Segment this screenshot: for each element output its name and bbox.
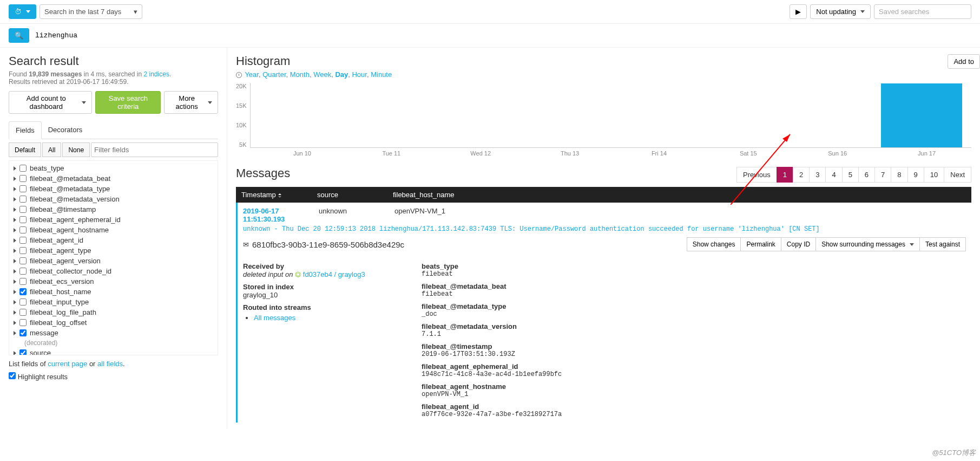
- granularity-day[interactable]: Day: [335, 70, 348, 79]
- pagination: Previous12345678910Next: [737, 167, 971, 183]
- field-checkbox[interactable]: [19, 288, 27, 295]
- field-checkbox[interactable]: [19, 298, 27, 306]
- message-row[interactable]: 2019-06-17 11:51:30.193 unknown openVPN-…: [236, 203, 971, 423]
- search-button[interactable]: 🔍: [9, 28, 29, 43]
- field-checkbox[interactable]: [19, 247, 27, 254]
- page-5[interactable]: 5: [842, 167, 859, 183]
- field-item[interactable]: filebeat_input_type: [9, 297, 218, 307]
- field-checkbox[interactable]: [19, 206, 27, 213]
- field-item[interactable]: filebeat_ecs_version: [9, 276, 218, 287]
- detail-value: filebeat: [422, 290, 562, 298]
- field-item[interactable]: filebeat_agent_type: [9, 245, 218, 256]
- field-item[interactable]: filebeat_agent_version: [9, 256, 218, 266]
- field-checkbox[interactable]: [19, 278, 27, 285]
- detail-value: 1948c71c-41c8-4a3e-ac4d-1b1eefa99bfc: [422, 371, 562, 378]
- col-timestamp[interactable]: Timestamp: [241, 191, 317, 199]
- granularity-hour[interactable]: Hour: [352, 70, 366, 79]
- page-10[interactable]: 10: [924, 167, 944, 183]
- granularity-month[interactable]: Month: [290, 70, 310, 79]
- all-fields-link[interactable]: all fields: [97, 360, 123, 368]
- tab-fields[interactable]: Fields: [9, 121, 42, 139]
- field-checkbox[interactable]: [19, 216, 27, 223]
- field-checkbox[interactable]: [19, 329, 27, 336]
- granularity-week[interactable]: Week: [313, 70, 331, 79]
- expand-icon: [14, 300, 16, 304]
- field-checkbox[interactable]: [19, 257, 27, 264]
- saved-searches-select[interactable]: Saved searches: [874, 4, 971, 19]
- field-checkbox[interactable]: [19, 309, 27, 316]
- caret-down-icon: [860, 10, 865, 13]
- show-surrounding-button[interactable]: Show surrounding messages: [815, 237, 920, 251]
- add-count-dashboard-button[interactable]: Add count to dashboard: [9, 91, 92, 114]
- field-item[interactable]: filebeat_agent_id: [9, 235, 218, 245]
- field-item[interactable]: message: [9, 328, 218, 338]
- fields-list[interactable]: beats_type filebeat_@metadata_beat fileb…: [9, 160, 218, 355]
- detail-value: a07f76ce-932e-47a7-a3be-fe321892717a: [422, 411, 562, 418]
- highlight-results-checkbox[interactable]: [9, 372, 16, 379]
- query-input[interactable]: [32, 29, 238, 42]
- field-item[interactable]: filebeat_host_name: [9, 287, 218, 297]
- filter-fields-input[interactable]: [91, 142, 218, 157]
- show-changes-button[interactable]: Show changes: [687, 237, 741, 251]
- granularity-quarter[interactable]: Quarter: [262, 70, 286, 79]
- tab-decorators[interactable]: Decorators: [42, 121, 89, 139]
- fields-none-button[interactable]: None: [62, 142, 90, 157]
- page-3[interactable]: 3: [809, 167, 826, 183]
- field-checkbox[interactable]: [19, 237, 27, 244]
- field-item[interactable]: filebeat_log_file_path: [9, 307, 218, 317]
- xaxis-tick: Sat 15: [703, 150, 793, 157]
- field-checkbox[interactable]: [19, 196, 27, 203]
- field-item[interactable]: filebeat_@metadata_beat: [9, 173, 218, 184]
- field-checkbox[interactable]: [19, 319, 27, 326]
- node-link[interactable]: fd037eb4 / graylog3: [303, 270, 365, 278]
- field-item[interactable]: filebeat_log_offset: [9, 317, 218, 328]
- timerange-preset-button[interactable]: ⏱: [9, 4, 36, 19]
- test-against-button[interactable]: Test against: [919, 237, 966, 251]
- col-host[interactable]: filebeat_host_name: [393, 191, 966, 199]
- indices-link[interactable]: 2 indices: [144, 70, 169, 78]
- page-9[interactable]: 9: [907, 167, 924, 183]
- field-item[interactable]: filebeat_@metadata_type: [9, 184, 218, 194]
- copy-id-button[interactable]: Copy ID: [781, 237, 816, 251]
- field-checkbox[interactable]: [19, 349, 27, 355]
- detail-value: filebeat: [422, 270, 562, 278]
- granularity-minute[interactable]: Minute: [371, 70, 392, 79]
- page-7[interactable]: 7: [874, 167, 891, 183]
- more-actions-button[interactable]: More actions: [164, 91, 218, 114]
- permalink-button[interactable]: Permalink: [740, 237, 781, 251]
- field-item[interactable]: filebeat_collector_node_id: [9, 266, 218, 276]
- field-checkbox[interactable]: [19, 165, 27, 172]
- stream-all-messages-link[interactable]: All messages: [254, 314, 295, 322]
- page-2[interactable]: 2: [793, 167, 810, 183]
- field-checkbox[interactable]: [19, 185, 27, 192]
- field-checkbox[interactable]: [19, 175, 27, 182]
- timerange-select[interactable]: Search in the last 7 days▾: [40, 4, 142, 19]
- page-next[interactable]: Next: [944, 167, 971, 183]
- field-item[interactable]: filebeat_@timestamp: [9, 204, 218, 215]
- granularity-year[interactable]: Year: [245, 70, 259, 79]
- field-checkbox[interactable]: [19, 268, 27, 275]
- field-item[interactable]: filebeat_@metadata_version: [9, 194, 218, 204]
- add-to-button[interactable]: Add to: [948, 54, 980, 69]
- page-1[interactable]: 1: [777, 167, 793, 183]
- page-4[interactable]: 4: [825, 167, 842, 183]
- col-source[interactable]: source: [317, 191, 393, 199]
- field-item[interactable]: filebeat_agent_hostname: [9, 225, 218, 235]
- field-checkbox[interactable]: [19, 226, 27, 233]
- page-prev[interactable]: Previous: [736, 167, 777, 183]
- page-8[interactable]: 8: [891, 167, 907, 183]
- updating-dropdown[interactable]: Not updating: [810, 4, 871, 19]
- current-page-link[interactable]: current page: [48, 360, 87, 368]
- fields-all-button[interactable]: All: [42, 142, 61, 157]
- histogram-bar[interactable]: [881, 83, 962, 147]
- field-item[interactable]: filebeat_agent_ephemeral_id: [9, 215, 218, 225]
- highlight-results-label[interactable]: Highlight results: [9, 373, 68, 381]
- save-search-criteria-button[interactable]: Save search criteria: [95, 91, 161, 114]
- fields-default-button[interactable]: Default: [9, 142, 41, 157]
- caret-down-icon: [26, 10, 30, 13]
- histogram-plot[interactable]: [250, 83, 971, 148]
- field-item[interactable]: beats_type: [9, 163, 218, 173]
- play-button[interactable]: ▶: [790, 4, 807, 19]
- field-item[interactable]: source: [9, 348, 218, 355]
- page-6[interactable]: 6: [858, 167, 875, 183]
